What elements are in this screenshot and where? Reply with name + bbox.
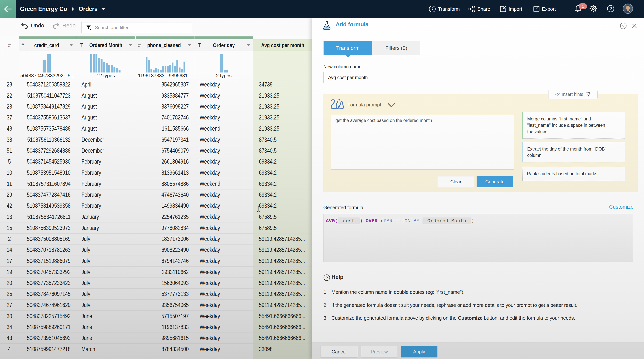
svg-text:?: ? xyxy=(622,24,624,28)
svg-text:?: ? xyxy=(326,276,328,280)
svg-text:?: ? xyxy=(609,6,612,11)
